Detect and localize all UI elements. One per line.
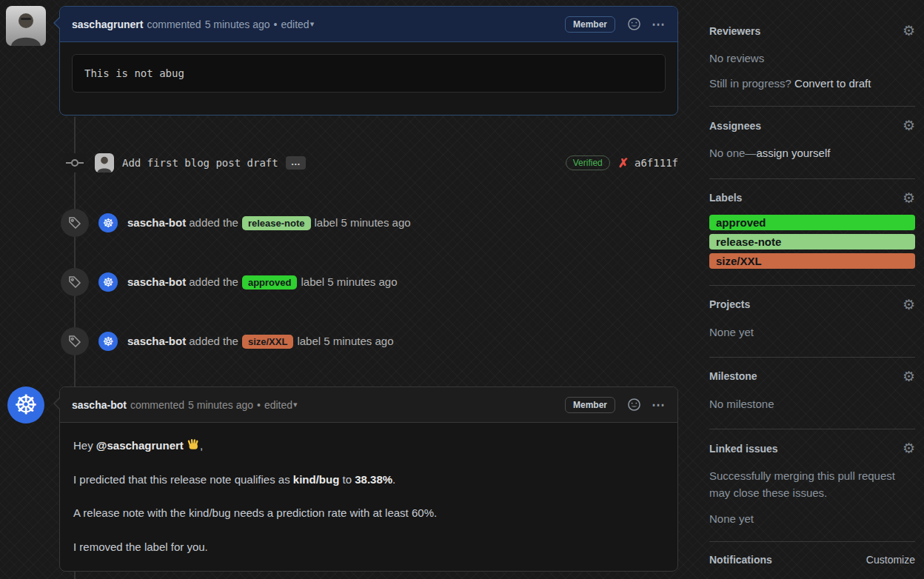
paragraph-removed: I removed the label for you. xyxy=(73,539,664,556)
comment-action: commented xyxy=(147,19,201,30)
comment-author[interactable]: sascha-bot xyxy=(72,399,127,411)
assignees-empty-row: No one—assign yourself xyxy=(709,144,915,161)
sidebar: Reviewers ⚙ No reviews Still in progress… xyxy=(709,0,915,566)
commit-message[interactable]: Add first blog post draft xyxy=(122,157,278,169)
event-author[interactable]: sascha-bot xyxy=(127,216,186,229)
label-release-note[interactable]: release-note xyxy=(242,216,311,230)
event-action: added the xyxy=(189,335,238,347)
event-action: added the xyxy=(189,216,238,229)
assignees-empty-text: No one— xyxy=(709,147,756,159)
avatar-sascha-bot[interactable]: ☸ xyxy=(98,272,118,292)
comment-sascha-bot: sascha-bot commented 5 minutes ago • edi… xyxy=(59,386,678,572)
assignees-title: Assignees xyxy=(709,120,761,132)
gear-icon[interactable]: ⚙ xyxy=(903,118,915,133)
meta-dot: • xyxy=(274,19,278,30)
timeline-event-label-added: ☸ sascha-botadded theapprovedlabel 5 min… xyxy=(0,267,678,297)
milestone-title: Milestone xyxy=(709,370,757,382)
milestone-empty-text: No milestone xyxy=(709,395,915,412)
avatar-saschagrunert[interactable] xyxy=(6,6,46,46)
gear-icon[interactable]: ⚙ xyxy=(903,369,915,384)
member-badge[interactable]: Member xyxy=(565,397,615,413)
kebab-menu-icon[interactable]: ⋯ xyxy=(652,16,666,33)
tag-icon xyxy=(61,327,89,355)
avatar-committer[interactable] xyxy=(95,153,114,173)
code-block: This is not abug xyxy=(72,54,666,93)
commit-expand-button[interactable]: … xyxy=(286,156,306,170)
assign-yourself-link[interactable]: assign yourself xyxy=(756,147,830,159)
comment-saschagrunert: saschagrunert commented 5 minutes ago • … xyxy=(59,6,678,116)
text: I predicted that this release note quali… xyxy=(73,473,293,486)
verified-badge[interactable]: Verified xyxy=(566,155,610,170)
label-approved[interactable]: approved xyxy=(709,215,915,230)
gear-icon[interactable]: ⚙ xyxy=(903,24,915,38)
linked-issues-title: Linked issues xyxy=(709,443,778,455)
mention-link[interactable]: @saschagrunert xyxy=(96,439,184,452)
emoji-reaction-icon[interactable] xyxy=(627,398,641,412)
comment-body: This is not abug xyxy=(60,42,677,104)
label-size-xxl[interactable]: size/XXL xyxy=(242,335,293,349)
linked-issues-empty-text: None yet xyxy=(709,512,915,525)
edited-label[interactable]: edited xyxy=(281,19,309,30)
reviewers-empty-text: No reviews xyxy=(709,50,915,67)
label-size-xxl[interactable]: size/XXL xyxy=(709,253,915,269)
comment-header: sascha-bot commented 5 minutes ago • edi… xyxy=(60,387,677,423)
assignees-section: Assignees ⚙ No one—assign yourself xyxy=(709,107,915,178)
notifications-title: Notifications xyxy=(709,554,772,566)
timeline-event-label-added: ☸ sascha-botadded thesize/XXLlabel 5 min… xyxy=(0,327,678,356)
event-text: sascha-botadded therelease-notelabel 5 m… xyxy=(127,216,411,230)
meta-dot: • xyxy=(257,399,261,411)
gear-icon[interactable]: ⚙ xyxy=(903,298,915,312)
ci-failed-x-icon[interactable]: ✗ xyxy=(618,155,629,171)
event-text: sascha-botadded theapprovedlabel 5 minut… xyxy=(127,275,398,290)
reviewers-title: Reviewers xyxy=(709,25,760,37)
tag-icon xyxy=(61,268,89,296)
avatar-sascha-bot[interactable]: ☸ xyxy=(7,386,44,424)
customize-link[interactable]: Customize xyxy=(866,554,915,566)
event-suffix: label 5 minutes ago xyxy=(301,275,397,288)
comment-timestamp[interactable]: 5 minutes ago xyxy=(205,19,270,30)
emoji-reaction-icon[interactable] xyxy=(627,17,641,31)
kebab-menu-icon[interactable]: ⋯ xyxy=(652,397,666,413)
comment-timestamp[interactable]: 5 minutes ago xyxy=(188,399,253,411)
chevron-down-icon[interactable]: ▾ xyxy=(310,19,315,29)
linked-issues-desc: Successfully merging this pull request m… xyxy=(709,467,915,502)
comment-header: saschagrunert commented 5 minutes ago • … xyxy=(60,7,677,42)
kubernetes-wheel-icon: ☸ xyxy=(102,334,113,349)
event-author[interactable]: sascha-bot xyxy=(127,275,186,288)
event-text: sascha-botadded thesize/XXLlabel 5 minut… xyxy=(127,335,394,349)
waving-hand-icon xyxy=(187,438,200,452)
git-commit-icon xyxy=(64,153,86,173)
draft-hint-text: Still in progress? xyxy=(709,77,794,90)
avatar-sascha-bot[interactable]: ☸ xyxy=(98,213,118,232)
gear-icon[interactable]: ⚙ xyxy=(903,441,915,455)
event-action: added the xyxy=(189,275,238,288)
commit-hash-link[interactable]: a6f111f xyxy=(635,157,678,169)
commit-row: Add first blog post draft … Verified ✗ a… xyxy=(0,150,678,176)
comment-body: Hey @saschagrunert , I predicted that th… xyxy=(60,423,677,579)
event-suffix: label 5 minutes ago xyxy=(297,335,393,347)
person-portrait-icon xyxy=(95,153,114,173)
label-release-note[interactable]: release-note xyxy=(709,234,915,250)
avatar-sascha-bot[interactable]: ☸ xyxy=(98,332,118,351)
labels-title: Labels xyxy=(709,192,742,204)
paragraph-requirement: A release note with the kind/bug needs a… xyxy=(73,505,664,522)
text: , xyxy=(200,439,203,452)
member-badge[interactable]: Member xyxy=(565,16,615,33)
event-author[interactable]: sascha-bot xyxy=(127,335,186,347)
labels-section: Labels ⚙ approved release-note size/XXL xyxy=(709,179,915,286)
projects-section: Projects ⚙ None yet xyxy=(709,286,915,358)
text: Hey xyxy=(73,439,96,452)
milestone-section: Milestone ⚙ No milestone xyxy=(709,358,915,429)
kubernetes-wheel-icon: ☸ xyxy=(102,275,113,290)
comment-action: commented xyxy=(130,399,184,411)
pull-request-page: saschagrunert commented 5 minutes ago • … xyxy=(0,0,924,579)
label-approved[interactable]: approved xyxy=(242,275,298,290)
paragraph-greeting: Hey @saschagrunert , xyxy=(73,438,664,455)
gear-icon[interactable]: ⚙ xyxy=(903,191,915,205)
convert-to-draft-link[interactable]: Convert to draft xyxy=(794,77,871,90)
paragraph-prediction: I predicted that this release note quali… xyxy=(73,472,664,489)
chevron-down-icon[interactable]: ▾ xyxy=(293,400,298,409)
comment-author[interactable]: saschagrunert xyxy=(72,19,143,30)
prediction-rate-text: 38.38% xyxy=(355,473,392,486)
edited-label[interactable]: edited xyxy=(264,399,292,411)
